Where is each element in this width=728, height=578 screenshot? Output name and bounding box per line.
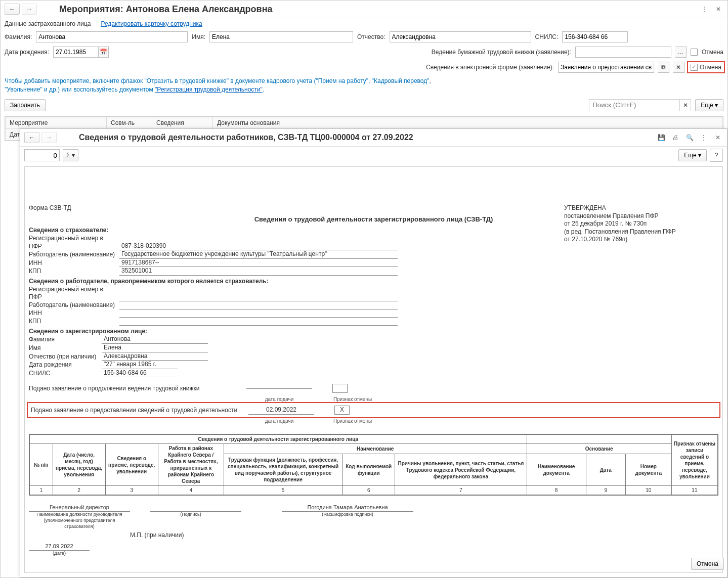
electronic-cancel-label: Отмена xyxy=(700,64,721,71)
lastname-input[interactable] xyxy=(36,31,188,42)
save-icon[interactable]: 💾 xyxy=(656,132,666,143)
app2-label: Подано заявление о предоставлении сведен… xyxy=(31,407,243,415)
employer-name-value: Государственное бюджетное учреждение кул… xyxy=(119,250,398,259)
inn-value: 9917138687-- xyxy=(119,259,398,268)
approval-block: УТВЕРЖДЕНА постановлением Правления ПФР … xyxy=(564,204,706,244)
preview-icon[interactable]: 🔍 xyxy=(684,132,695,143)
col-combined[interactable]: Совм-ль xyxy=(107,117,152,128)
sig-sign xyxy=(150,504,241,512)
fill-button[interactable]: Заполнить xyxy=(5,99,46,111)
electronic-label: Сведения в электронной форме (заявление)… xyxy=(426,64,554,71)
snils-input[interactable] xyxy=(562,31,628,42)
col-info[interactable]: Сведения xyxy=(152,117,213,128)
search-clear-button[interactable]: ✕ xyxy=(680,99,691,111)
reg-pfr-value: 087-318-020390 xyxy=(119,242,398,251)
mp-label: М.П. (при наличии) xyxy=(130,531,718,540)
kpp-value: 352501001 xyxy=(119,267,398,276)
print-icon[interactable]: 🖨 xyxy=(670,132,680,143)
page-title: Мероприятия: Антонова Елена Александровн… xyxy=(59,4,273,15)
app1-date xyxy=(246,388,312,389)
paper-book-label: Ведение бумажной трудовой книжки (заявле… xyxy=(432,49,571,56)
electronic-open-button[interactable]: ⧉ xyxy=(658,62,669,73)
sub-more-button[interactable]: Еще ▾ xyxy=(678,149,707,161)
app1-label: Подано заявление о продолжении ведения т… xyxy=(29,385,241,393)
sub-cancel-button[interactable]: Отмена xyxy=(691,558,724,570)
edit-employee-link[interactable]: Редактировать карточку сотрудника xyxy=(101,20,202,27)
person-heading: Сведения о зарегистрированном лице: xyxy=(29,328,718,336)
registration-doc-link[interactable]: "Регистрация трудовой деятельности" xyxy=(155,86,263,93)
person-dob: "27" января 1985 г. xyxy=(102,361,178,369)
electronic-clear-button[interactable]: ✕ xyxy=(673,62,684,73)
successor-heading: Сведения о работодателе, правопреемником… xyxy=(29,278,718,286)
sig-role: Генеральный директор xyxy=(29,504,130,512)
page-number-input[interactable] xyxy=(24,149,60,161)
app1-flag xyxy=(332,384,348,393)
nav-back-button[interactable]: ← xyxy=(5,4,20,15)
firstname-label: Имя: xyxy=(192,33,205,40)
electronic-input[interactable] xyxy=(558,62,654,73)
app2-flag: X xyxy=(334,406,350,415)
section-label: Данные застрахованного лица xyxy=(5,20,91,27)
lastname-label: Фамилия: xyxy=(5,33,32,40)
sub-menu-icon[interactable]: ⋮ xyxy=(699,132,709,143)
more-button[interactable]: Еще ▾ xyxy=(695,99,723,111)
patronymic-input[interactable] xyxy=(390,31,531,42)
activity-table: Сведения о трудовой деятельности зарегис… xyxy=(29,434,718,496)
succ-kpp-value xyxy=(119,318,398,326)
nav-forward-button[interactable]: → xyxy=(22,4,37,15)
paper-book-input[interactable] xyxy=(575,47,671,58)
sub-close-icon[interactable]: ✕ xyxy=(713,132,723,143)
paper-cancel-checkbox[interactable] xyxy=(691,49,698,56)
succ-reg-pfr-value xyxy=(119,293,398,301)
patronymic-label: Отчество: xyxy=(357,33,386,40)
succ-employer-name-value xyxy=(119,301,398,309)
succ-inn-value xyxy=(119,309,398,318)
sum-button[interactable]: Σ▾ xyxy=(63,149,78,161)
menu-icon[interactable]: ⋮ xyxy=(699,4,709,14)
col-event[interactable]: Мероприятие xyxy=(6,117,107,128)
electronic-cancel-checkbox[interactable] xyxy=(691,64,698,71)
sub-nav-forward-button[interactable]: → xyxy=(41,132,57,143)
sig-fio: Погодина Тамара Анатольевна xyxy=(282,504,413,512)
dob-label: Дата рождения: xyxy=(5,49,49,56)
person-snils: 156-340-684 66 xyxy=(102,369,178,378)
person-firstname: Елена xyxy=(102,344,208,352)
paper-cancel-label: Отмена xyxy=(702,49,723,56)
firstname-input[interactable] xyxy=(209,31,353,42)
sub-page-title: Сведения о трудовой деятельности работни… xyxy=(79,133,413,142)
info-text-line1: Чтобы добавить мероприятие, включите фла… xyxy=(5,77,431,84)
person-lastname: Антонова xyxy=(102,335,208,344)
search-input[interactable] xyxy=(589,99,680,111)
person-patronymic: Александровна xyxy=(102,352,208,361)
info-text-line2: "Увольнение" и др.) или воспользуйтесь д… xyxy=(5,86,155,93)
snils-label: СНИЛС: xyxy=(535,33,559,40)
app2-date: 02.09.2022 xyxy=(248,406,314,415)
calendar-icon[interactable]: 📅 xyxy=(99,47,109,58)
sub-nav-back-button[interactable]: ← xyxy=(24,132,39,143)
col-basis[interactable]: Документы основания xyxy=(213,117,723,128)
paper-book-more-button[interactable]: … xyxy=(675,47,687,58)
close-icon[interactable]: ✕ xyxy=(713,4,723,14)
help-button[interactable]: ? xyxy=(710,149,723,162)
dob-input[interactable] xyxy=(53,47,99,58)
sig-date: 27.09.2022 xyxy=(29,543,90,551)
